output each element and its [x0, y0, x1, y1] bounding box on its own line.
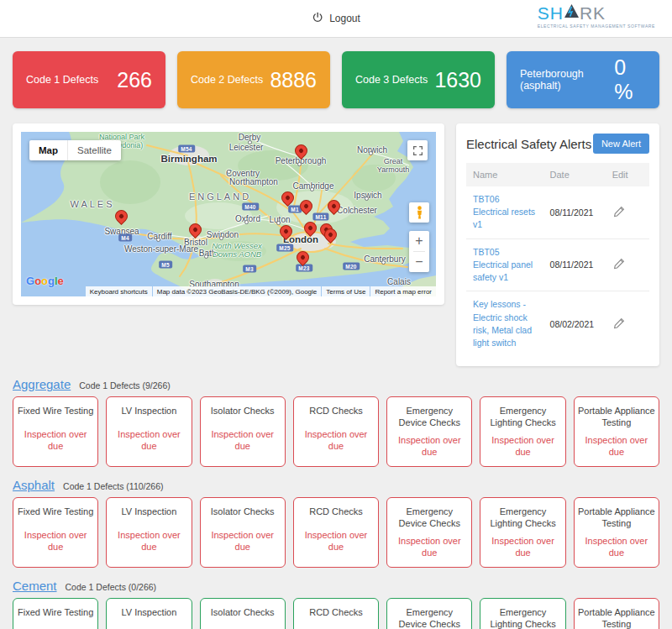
google-letter: e [58, 275, 64, 287]
section-subtitle: Code 1 Defects (9/266) [79, 380, 171, 391]
terms-of-use-link[interactable]: Terms of Use [322, 286, 370, 296]
zoom-in-button[interactable]: + [409, 231, 429, 251]
section-link-asphalt[interactable]: Asphalt [13, 478, 55, 492]
motorway-badge-m25: M25 [276, 244, 293, 252]
map-label-northampton: Northampton [229, 177, 278, 186]
defect-card-status: Inspection over due [112, 526, 186, 553]
edit-pencil-icon[interactable] [612, 257, 626, 272]
section-link-cement[interactable]: Cement [13, 579, 57, 593]
google-map[interactable]: National Park (Snowdonia) Derby Leiceste… [21, 132, 436, 296]
motorway-badge-m11: M11 [312, 213, 328, 221]
top-bar: Logout SH RK ELECTRICAL SAFETY MANAGEMEN… [0, 0, 672, 38]
defect-card-fixed-wire-testing[interactable]: Fixed Wire Testing Inspection over due [13, 497, 98, 568]
google-letter: G [26, 275, 34, 287]
zoom-out-button[interactable]: − [409, 252, 429, 272]
stat-value: 266 [117, 68, 152, 92]
defect-card-title: RCD Checks [297, 607, 375, 619]
motorway-badge-m54: M54 [178, 145, 195, 153]
stat-card-code1: Code 1 Defects 266 [13, 51, 165, 108]
defect-card-title: Fixed Wire Testing [17, 506, 94, 518]
defect-card-status: Inspection over due [299, 425, 373, 453]
motorway-badge-m20: M20 [343, 263, 360, 270]
defect-card-status: Inspection over due [206, 425, 280, 453]
logo-text-rk: RK [580, 4, 606, 22]
map-city-dot [381, 260, 386, 265]
defect-card-portable-appliance-testing[interactable]: Portable Appliance Testing Inspection ov… [574, 497, 659, 568]
defect-card-isolator-checks[interactable]: Isolator Checks Inspection over due [200, 497, 286, 568]
defect-card-fixed-wire-testing[interactable]: Fixed Wire Testing Inspection over due [13, 396, 98, 467]
defect-card-lv-inspection[interactable]: LV Inspection Inspection over due [106, 396, 192, 467]
map-type-satellite-button[interactable]: Satellite [67, 140, 121, 160]
google-logo[interactable]: Google [26, 275, 64, 287]
pegman-button[interactable] [409, 202, 429, 223]
alert-name-link[interactable]: TBT06 Electrical resets v1 [473, 194, 535, 229]
defect-card-portable-appliance-testing[interactable]: Portable Appliance Testing Inspection ov… [574, 598, 659, 629]
stat-card-row: Code 1 Defects 266 Code 2 Defects 8886 C… [13, 51, 659, 108]
keyboard-shortcuts-link[interactable]: Keyboard shortcuts [86, 286, 152, 296]
alert-date: 08/11/2021 [550, 207, 594, 218]
defect-card-emergency-lighting-checks[interactable]: Emergency Lighting Checks Inspection due… [480, 598, 565, 629]
logo-tagline: ELECTRICAL SAFETY MANAGEMENT SOFTWARE [538, 24, 655, 29]
alert-name-link[interactable]: TBT05 Electrical panel safety v1 [473, 247, 533, 282]
power-icon [312, 12, 323, 26]
defect-card-title: LV Inspection [110, 607, 187, 619]
map-city-dot [248, 140, 252, 144]
motorway-badge-m40: M40 [242, 203, 259, 211]
edit-pencil-icon[interactable] [612, 317, 626, 332]
defect-card-emergency-lighting-checks[interactable]: Emergency Lighting Checks Inspection ove… [480, 497, 565, 568]
map-city-dot [244, 220, 249, 224]
defect-card-isolator-checks[interactable]: Isolator Checks Inspection due 24/07/202… [200, 598, 286, 629]
defect-card-rcd-checks[interactable]: RCD Checks Inspection over due [293, 497, 379, 568]
fullscreen-button[interactable] [407, 140, 428, 160]
defect-card-emergency-device-checks[interactable]: Emergency Device Checks Inspection over … [386, 396, 472, 467]
defect-card-lv-inspection[interactable]: LV Inspection Inspection due 19/07/2023 [106, 598, 192, 629]
defect-card-isolator-checks[interactable]: Isolator Checks Inspection over due [200, 396, 286, 467]
defect-card-row-asphalt: Fixed Wire Testing Inspection over due L… [13, 497, 659, 568]
new-alert-button[interactable]: New Alert [593, 134, 649, 154]
defect-card-status: Inspection over due [580, 532, 654, 559]
stat-value: 0 % [614, 55, 646, 104]
stat-value: 1630 [434, 68, 481, 92]
edit-pencil-icon[interactable] [612, 205, 626, 220]
report-map-error-link[interactable]: Report a map error [370, 286, 436, 296]
defect-card-emergency-device-checks[interactable]: Emergency Device Checks Inspection over … [386, 497, 472, 568]
defect-card-status: Inspection over due [18, 425, 92, 453]
defect-card-status: Inspection over due [299, 526, 373, 553]
defect-card-title: RCD Checks [297, 406, 375, 417]
alert-row: Key lessons - Electric shock risk, Metal… [466, 291, 649, 356]
defect-card-status: Inspection over due [392, 532, 466, 559]
defect-card-title: Emergency Lighting Checks [484, 406, 561, 429]
alerts-col-date: Date [543, 163, 606, 186]
defect-card-title: Isolator Checks [204, 607, 281, 619]
defect-card-status: Inspection over due [112, 425, 186, 453]
alert-row: TBT06 Electrical resets v1 08/11/2021 [466, 186, 649, 238]
map-label-weston-super-mare: Weston-super-Mare [124, 244, 198, 254]
map-label-wales: WALES [70, 199, 114, 209]
section-link-aggregate[interactable]: Aggregate [13, 377, 71, 391]
defect-card-title: Emergency Lighting Checks [484, 607, 561, 629]
defect-card-title: Emergency Device Checks [391, 506, 468, 530]
defect-card-fixed-wire-testing[interactable]: Fixed Wire Testing Inspection due 16/08/… [13, 598, 98, 629]
alert-name-link[interactable]: Key lessons - Electric shock risk, Metal… [473, 299, 532, 348]
zoom-control: + − [409, 231, 429, 272]
defect-card-title: Emergency Device Checks [391, 406, 468, 429]
defect-card-status: Inspection over due [206, 526, 280, 553]
map-type-map-button[interactable]: Map [29, 140, 67, 160]
defect-card-status: Inspection over due [580, 431, 654, 459]
stat-value: 8886 [270, 68, 317, 92]
shark-logo[interactable]: SH RK ELECTRICAL SAFETY MANAGEMENT SOFTW… [538, 4, 655, 29]
defect-card-emergency-lighting-checks[interactable]: Emergency Lighting Checks Inspection ove… [480, 396, 565, 467]
defect-card-portable-appliance-testing[interactable]: Portable Appliance Testing Inspection ov… [574, 396, 659, 467]
defect-card-lv-inspection[interactable]: LV Inspection Inspection over due [106, 497, 192, 568]
defect-card-emergency-device-checks[interactable]: Emergency Device Checks Inspection due 1… [386, 598, 472, 629]
alert-date: 08/02/2021 [550, 319, 595, 329]
stat-label: Code 2 Defects [191, 74, 263, 86]
map-label-downs-aonb: Downs AONB [213, 249, 261, 259]
defect-card-title: Portable Appliance Testing [578, 506, 655, 530]
google-letter: o [41, 275, 48, 287]
defect-card-rcd-checks[interactable]: RCD Checks Inspection due 10/08/2023 [293, 598, 379, 629]
lightning-bolt-icon [564, 4, 579, 22]
defect-card-rcd-checks[interactable]: RCD Checks Inspection over due [293, 396, 379, 467]
logout-button[interactable]: Logout [312, 0, 360, 37]
map-city-dot [156, 238, 160, 242]
